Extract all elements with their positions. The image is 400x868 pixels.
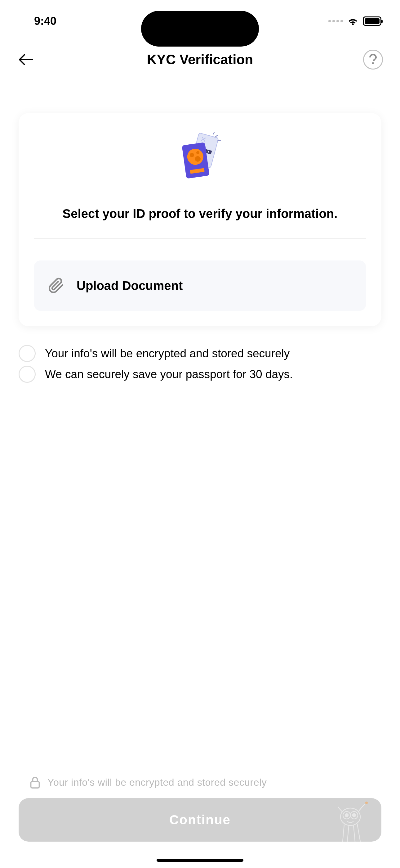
info-item: Your info's will be encrypted and stored… bbox=[19, 345, 381, 362]
back-arrow-icon bbox=[18, 53, 33, 66]
info-text: Your info's will be encrypted and stored… bbox=[45, 347, 290, 360]
svg-point-23 bbox=[345, 814, 348, 817]
mascot-icon bbox=[332, 798, 375, 842]
status-time: 9:40 bbox=[19, 14, 57, 28]
svg-rect-20 bbox=[31, 781, 39, 788]
svg-line-11 bbox=[215, 135, 218, 137]
security-note: Your info's will be encrypted and stored… bbox=[19, 776, 381, 789]
paperclip-icon bbox=[48, 278, 64, 294]
documents-illustration-icon bbox=[178, 132, 223, 186]
info-text: We can securely save your passport for 3… bbox=[45, 368, 293, 381]
svg-line-13 bbox=[213, 132, 214, 134]
status-icons bbox=[328, 17, 381, 26]
bullet-circle-icon bbox=[19, 366, 36, 383]
svg-point-26 bbox=[365, 802, 368, 804]
help-button[interactable] bbox=[363, 50, 383, 69]
svg-point-25 bbox=[353, 814, 356, 817]
info-list: Your info's will be encrypted and stored… bbox=[19, 345, 381, 383]
back-button[interactable] bbox=[17, 51, 34, 68]
upload-document-label: Upload Document bbox=[76, 279, 182, 293]
status-bar: 9:40 bbox=[0, 0, 400, 37]
dynamic-island bbox=[141, 11, 259, 46]
home-indicator[interactable] bbox=[157, 859, 243, 862]
security-note-text: Your info's will be encrypted and stored… bbox=[47, 777, 267, 788]
lock-icon bbox=[29, 776, 41, 789]
page-title: KYC Verification bbox=[147, 52, 253, 67]
footer: Your info's will be encrypted and stored… bbox=[0, 776, 400, 868]
upload-document-button[interactable]: Upload Document bbox=[34, 260, 366, 311]
continue-label: Continue bbox=[169, 812, 231, 827]
continue-button[interactable]: Continue bbox=[19, 798, 381, 842]
bullet-circle-icon bbox=[19, 345, 36, 362]
question-mark-icon bbox=[369, 54, 377, 65]
verification-card: Select your ID proof to verify your info… bbox=[19, 113, 381, 326]
wifi-icon bbox=[347, 17, 359, 25]
info-item: We can securely save your passport for 3… bbox=[19, 366, 381, 383]
card-title: Select your ID proof to verify your info… bbox=[34, 205, 366, 239]
cellular-signal-icon bbox=[328, 20, 343, 22]
battery-icon bbox=[363, 17, 381, 26]
